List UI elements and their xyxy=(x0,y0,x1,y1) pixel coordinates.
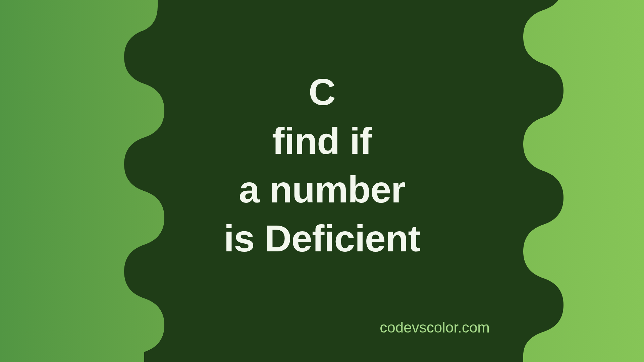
title-line-2: find if xyxy=(0,117,644,166)
footer-website: codevscolor.com xyxy=(380,319,490,336)
title-line-1: C xyxy=(0,68,644,117)
main-title-block: C find if a number is Deficient xyxy=(0,68,644,263)
title-line-4: is Deficient xyxy=(0,214,644,263)
title-line-3: a number xyxy=(0,165,644,214)
